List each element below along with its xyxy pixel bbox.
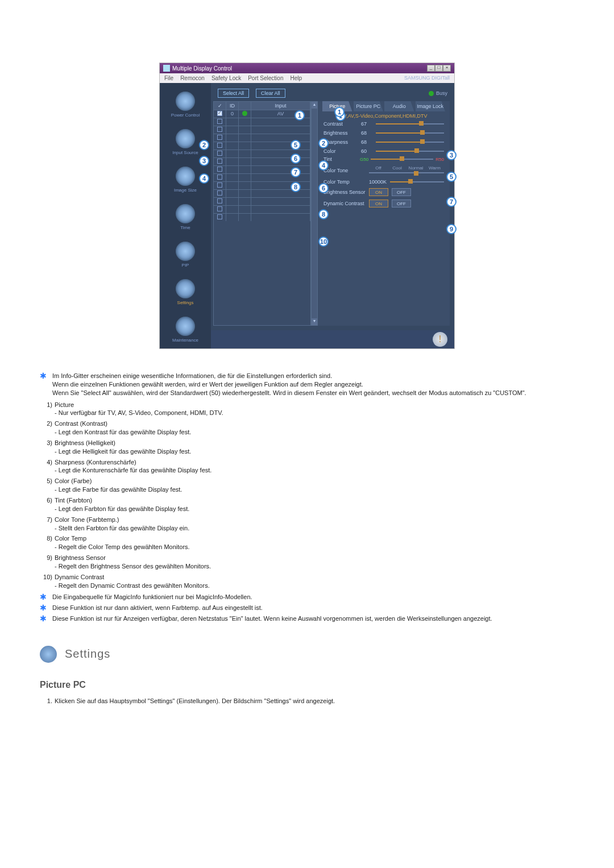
- list-desc: - Stellt den Farbton für das gewählte Di…: [55, 524, 189, 533]
- brightness-sensor-label: Brightness Sensor: [323, 189, 366, 195]
- list-number: 3): [40, 439, 52, 456]
- sidebar-item-settings[interactable]: Settings: [176, 279, 195, 305]
- color-tone-options[interactable]: Off Cool Normal Warm: [369, 165, 444, 176]
- table-row[interactable]: [214, 213, 310, 221]
- dynamic-contrast-label: Dynamic Contrast: [323, 201, 366, 206]
- list-number: 7): [40, 516, 52, 533]
- color-temp-value: 10000K: [369, 179, 387, 185]
- slider[interactable]: [376, 121, 444, 127]
- list-number: 1.: [40, 697, 52, 705]
- menu-safetylock[interactable]: Safety Lock: [211, 75, 241, 81]
- row-checkbox[interactable]: [217, 214, 222, 219]
- callout-marker: 3: [199, 156, 209, 166]
- tone-off[interactable]: Off: [369, 165, 388, 176]
- input-icon: [176, 129, 195, 148]
- row-checkbox[interactable]: [217, 143, 222, 148]
- list-item: 1)Picture- Nur verfügbar für TV, AV, S-V…: [40, 401, 574, 418]
- row-checkbox[interactable]: [217, 127, 222, 132]
- sidebar-item-power[interactable]: Power Control: [171, 92, 200, 118]
- row-checkbox[interactable]: [217, 190, 222, 196]
- sidebar-item-input[interactable]: Input Source: [172, 129, 198, 155]
- maximize-button[interactable]: □: [435, 65, 443, 72]
- slider[interactable]: [376, 130, 444, 136]
- row-checkbox[interactable]: [217, 151, 222, 156]
- row-checkbox[interactable]: [217, 135, 222, 140]
- menu-portsel[interactable]: Port Selection: [248, 75, 283, 81]
- table-row[interactable]: [214, 197, 310, 205]
- tone-warm[interactable]: Warm: [425, 165, 444, 176]
- slider-label: Sharpness: [323, 139, 358, 145]
- intro-line: Wenn die einzelnen Funktionen gewählt we…: [52, 380, 526, 389]
- row-checkbox[interactable]: [217, 206, 222, 211]
- sidebar-item-maintenance[interactable]: Maintenance: [172, 317, 198, 343]
- list-desc: - Legt den Farbton für das gewählte Disp…: [55, 505, 189, 513]
- row-checkbox[interactable]: [217, 159, 222, 164]
- slider-value: 60: [361, 148, 372, 154]
- tab-picture-pc[interactable]: Picture PC: [354, 101, 384, 111]
- menu-remocon[interactable]: Remocon: [180, 75, 205, 81]
- tone-cool[interactable]: Cool: [388, 165, 406, 176]
- brightness-sensor-off[interactable]: OFF: [392, 188, 411, 196]
- row-checkbox[interactable]: [217, 111, 222, 116]
- scroll-track[interactable]: [312, 109, 317, 318]
- scrollbar[interactable]: ▴ ▾: [311, 101, 318, 326]
- select-all-button[interactable]: Select All: [218, 89, 249, 98]
- app-icon: [163, 65, 170, 72]
- tint-label: Tint: [323, 156, 358, 162]
- dynamic-contrast-on[interactable]: ON: [369, 200, 388, 207]
- row-checkbox[interactable]: [217, 198, 222, 203]
- color-temp-slider[interactable]: [390, 179, 444, 185]
- scroll-up-icon[interactable]: ▴: [312, 102, 317, 109]
- list-item: 7)Color Tone (Farbtemp.)- Stellt den Far…: [40, 516, 574, 533]
- sidebar-item-time[interactable]: Time: [176, 204, 195, 230]
- slider-value: 67: [361, 121, 372, 127]
- slider-value: 68: [361, 130, 372, 136]
- close-button[interactable]: ×: [443, 65, 451, 72]
- star-icon: ✱: [40, 593, 49, 601]
- brightness-sensor-on[interactable]: ON: [369, 188, 388, 196]
- exit-button[interactable]: !: [433, 332, 447, 347]
- th-status: [239, 102, 251, 110]
- menu-file[interactable]: File: [164, 75, 173, 81]
- row-checkbox[interactable]: [217, 167, 222, 172]
- list-desc: - Regelt den Dynamic Contrast des gewähl…: [55, 582, 210, 590]
- callout-marker: 6: [318, 183, 329, 193]
- th-checkbox[interactable]: ✓: [214, 102, 226, 110]
- table-row[interactable]: [214, 126, 310, 134]
- menu-help[interactable]: Help: [290, 75, 302, 81]
- color-temp-label: Color Temp: [323, 179, 366, 185]
- slider-label: Color: [323, 148, 358, 154]
- slider-row: Sharpness68: [323, 139, 444, 145]
- callout-marker: 4: [318, 160, 329, 171]
- slider[interactable]: [376, 148, 444, 154]
- table-header: ✓ ID Input: [214, 102, 310, 110]
- screenshot-wrapper: Multiple Display Control _ □ × File Remo…: [159, 63, 455, 349]
- tab-image-lock[interactable]: Image Lock: [416, 101, 446, 111]
- th-input: Input: [251, 102, 310, 110]
- topbar: Select All Clear All Busy: [211, 83, 454, 101]
- callout-marker: 1: [294, 110, 305, 121]
- slider-value: 68: [361, 139, 372, 145]
- clear-all-button[interactable]: Clear All: [256, 89, 285, 98]
- sidebar-item-pip[interactable]: PIP: [176, 242, 195, 268]
- table-row[interactable]: [214, 205, 310, 213]
- minimize-button[interactable]: _: [427, 65, 435, 72]
- footnote-text: Diese Funktion ist nur dann aktiviert, w…: [52, 604, 263, 612]
- gear-icon: [40, 646, 57, 663]
- row-checkbox[interactable]: [217, 119, 222, 124]
- intro-line: Wenn Sie "Select All" auswählen, wird de…: [52, 389, 526, 397]
- scroll-down-icon[interactable]: ▾: [312, 318, 317, 325]
- star-icon: ✱: [40, 614, 49, 623]
- row-checkbox[interactable]: [217, 182, 222, 188]
- list-title: Brightness Sensor: [55, 554, 211, 562]
- callout-marker: 4: [199, 173, 209, 184]
- row-checkbox[interactable]: [217, 175, 222, 180]
- slider[interactable]: [376, 139, 444, 145]
- dynamic-contrast-off[interactable]: OFF: [392, 200, 411, 207]
- sidebar-item-imgsize[interactable]: Image Size: [174, 167, 197, 193]
- tint-slider[interactable]: [371, 156, 433, 162]
- list-title: Picture: [55, 401, 223, 409]
- tab-audio[interactable]: Audio: [384, 101, 414, 111]
- subhead-picture-pc: Picture PC: [40, 679, 574, 691]
- pip-icon: [176, 242, 195, 261]
